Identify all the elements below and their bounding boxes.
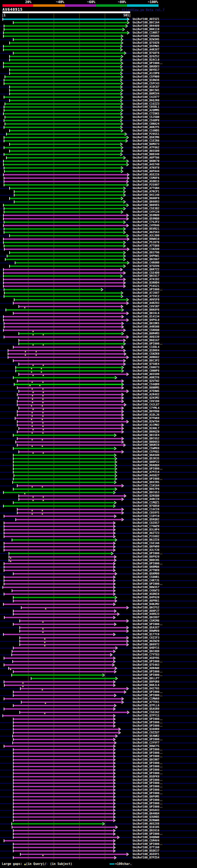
hit-bar[interactable] xyxy=(5,123,121,125)
hit-row[interactable]: UniRef100_Q4SA43 xyxy=(0,809,197,812)
hit-row[interactable]: UniRef100_Q54WR2 xyxy=(0,734,197,738)
hit-label[interactable]: UniRef100_A6R2Y5 xyxy=(132,126,160,129)
hit-row[interactable]: UniRef100_Q10105 xyxy=(0,826,197,829)
hit-bar[interactable] xyxy=(4,120,121,121)
hit-label[interactable]: UniRef100_B2W3H5 xyxy=(132,38,160,41)
hit-label[interactable]: UniRef100_C5GDP8 xyxy=(132,119,160,122)
hit-label[interactable]: UniRef100_UPI000.. xyxy=(132,721,163,724)
hit-label[interactable]: UniRef100_C0SBL1 xyxy=(132,105,160,109)
hit-row[interactable]: UniRef100_UPI000.. xyxy=(0,805,197,809)
hit-row[interactable]: UniRef100_B9S7P8 xyxy=(0,488,197,491)
hit-label[interactable]: UniRef100_A8PA44 xyxy=(132,170,160,173)
hit-bar[interactable] xyxy=(9,130,121,131)
hit-row[interactable]: UniRef100_Q4DY15 xyxy=(0,646,197,650)
hit-bar[interactable] xyxy=(4,181,127,182)
hit-row[interactable]: UniRef100_A1DLJ6 xyxy=(0,413,197,416)
hit-bar[interactable] xyxy=(3,45,121,47)
hit-bar[interactable] xyxy=(9,42,121,44)
hit-label[interactable]: UniRef100_C0S9Y5 xyxy=(132,511,160,515)
hit-row[interactable]: UniRef100_A7RCP1 xyxy=(0,190,197,193)
hit-row[interactable]: UniRef100_C5M8F6 xyxy=(0,177,197,180)
hit-row[interactable]: UniRef100_A5DB15 xyxy=(0,180,197,183)
hit-label[interactable]: UniRef100_C1EIR6 xyxy=(132,139,160,143)
hit-row[interactable]: UniRef100_A8N682 xyxy=(0,355,197,359)
hit-bar[interactable] xyxy=(3,113,121,115)
hit-bar[interactable] xyxy=(9,235,127,237)
hit-bar[interactable] xyxy=(9,93,121,95)
hit-bar[interactable] xyxy=(12,661,113,662)
hit-bar[interactable] xyxy=(3,279,124,280)
hit-label[interactable]: UniRef100_C1DY19 xyxy=(132,515,160,518)
hit-bar[interactable] xyxy=(15,519,122,520)
hit-label[interactable]: UniRef100_A6ZS63 xyxy=(132,230,160,234)
hit-bar[interactable] xyxy=(4,25,126,27)
hit-label[interactable]: UniRef100_Q0DP22 xyxy=(132,460,160,464)
hit-row[interactable]: UniRef100_A2QMM5 xyxy=(0,109,197,112)
hit-row[interactable]: UniRef100_Q92616 xyxy=(0,829,197,832)
hit-label[interactable]: UniRef100_C8Z857 xyxy=(132,521,160,525)
hit-bar[interactable] xyxy=(4,167,121,169)
hit-bar[interactable] xyxy=(4,526,113,527)
hit-label[interactable]: UniRef100_Q0UKI8 xyxy=(132,443,160,447)
hit-label[interactable]: UniRef100_Q8CHH7 xyxy=(132,758,160,762)
hit-bar[interactable] xyxy=(17,485,122,487)
hit-bar[interactable] xyxy=(4,228,124,230)
hit-bar[interactable] xyxy=(17,401,122,402)
hit-row[interactable]: UniRef100_P53978 xyxy=(0,241,197,244)
hit-bar[interactable] xyxy=(13,718,113,720)
hit-label[interactable]: UniRef100_Q4DY15 xyxy=(132,646,160,650)
hit-row[interactable]: UniRef100_Q6CFS2 xyxy=(0,606,197,609)
hit-row[interactable]: UniRef100_B8MX73 xyxy=(0,143,197,146)
hit-bar[interactable] xyxy=(3,330,124,331)
hit-label[interactable]: UniRef100_UPI000.. xyxy=(132,755,163,758)
hit-row[interactable]: UniRef100_B9WH19 xyxy=(0,238,197,241)
hit-row[interactable]: UniRef100_C5E1A6 xyxy=(0,541,197,545)
hit-label[interactable]: UniRef100_C8ZIF3 xyxy=(132,636,160,640)
hit-bar[interactable] xyxy=(14,191,124,192)
hit-row[interactable]: UniRef100_A6SS99 xyxy=(0,373,197,376)
hit-label[interactable]: UniRef100_UPI000.. xyxy=(132,748,163,751)
hit-label[interactable]: UniRef100_Q75EV6 xyxy=(132,265,160,268)
hit-row[interactable]: UniRef100_A7PZ14 xyxy=(0,470,197,474)
hit-row[interactable]: UniRef100_B9WMV0 xyxy=(0,629,197,633)
hit-bar[interactable] xyxy=(9,73,121,74)
hit-label[interactable]: UniRef100_B8MIV4 xyxy=(132,92,160,95)
hit-row[interactable]: UniRef100_Q0CIW1 xyxy=(0,89,197,92)
hit-label[interactable]: UniRef100_Q6BK70 xyxy=(132,159,160,163)
hit-bar[interactable] xyxy=(13,766,113,767)
hit-bar[interactable] xyxy=(13,759,113,761)
hit-label[interactable]: UniRef100_C5PC43 xyxy=(132,82,160,85)
hit-row[interactable]: UniRef100_B0D349 xyxy=(0,153,197,156)
hit-row[interactable]: UniRef100_A6ZTZ3 xyxy=(0,531,197,535)
hit-bar[interactable] xyxy=(19,495,124,497)
hit-label[interactable]: UniRef100_B6QJR0 xyxy=(132,99,160,102)
hit-bar[interactable] xyxy=(19,407,122,409)
hit-label[interactable]: UniRef100_B2ANL7 xyxy=(132,427,160,430)
hit-row[interactable]: UniRef100_C6H673 xyxy=(0,366,197,369)
hit-label[interactable]: UniRef100_C5E2A2 xyxy=(132,711,160,714)
hit-row[interactable]: UniRef100_A8Q339 xyxy=(0,335,197,339)
hit-label[interactable]: UniRef100_UPI000.. xyxy=(132,288,163,291)
hit-row[interactable]: UniRef100_Q2GZS2 xyxy=(0,55,197,58)
hit-bar[interactable] xyxy=(13,722,113,723)
hit-row[interactable]: UniRef100_C0NHP8 xyxy=(0,369,197,373)
hit-row[interactable]: UniRef100_Q4P6W1 xyxy=(0,254,197,258)
hit-row[interactable]: UniRef100_O94489 xyxy=(0,24,197,28)
hit-label[interactable]: UniRef100_B8C1A4 xyxy=(132,21,160,24)
hit-label[interactable]: UniRef100_B9S7P8 xyxy=(132,488,160,491)
hit-label[interactable]: UniRef100_B7PZS4 xyxy=(132,856,160,859)
hit-label[interactable]: UniRef100_Q7PLL6 xyxy=(132,704,160,707)
hit-row[interactable]: UniRef100_C5DHR1 xyxy=(0,576,197,579)
hit-row[interactable]: UniRef100_Q7PLL6 xyxy=(0,704,197,707)
hit-bar[interactable] xyxy=(17,421,127,423)
hit-label[interactable]: UniRef100_A4RZ93 xyxy=(132,302,160,305)
hit-label[interactable]: UniRef100_B0YD90 xyxy=(132,410,160,413)
hit-bar[interactable] xyxy=(3,32,127,34)
hit-bar[interactable] xyxy=(4,323,122,324)
hit-row[interactable]: UniRef100_C0SBL1 xyxy=(0,105,197,109)
hit-row[interactable]: UniRef100_B2ANL7 xyxy=(0,427,197,430)
hit-bar[interactable] xyxy=(13,695,114,696)
hit-label[interactable]: UniRef100_Q5KIM6 xyxy=(132,136,160,139)
hit-row[interactable]: UniRef100_A8N4W8 xyxy=(0,666,197,670)
hit-label[interactable]: UniRef100_B8P929 xyxy=(132,555,160,559)
